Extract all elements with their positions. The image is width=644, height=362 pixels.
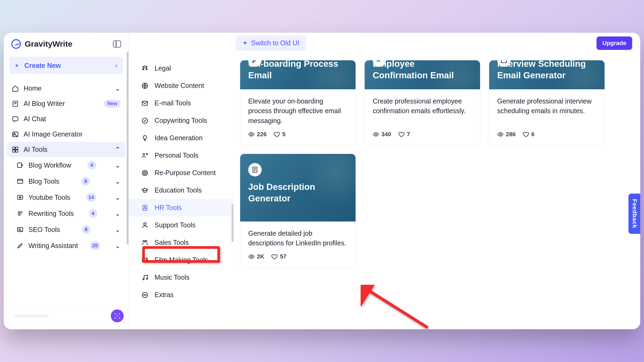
- subnav-writing-assistant[interactable]: Writing Assistant 25 ⌄: [7, 238, 125, 254]
- mail-icon: [141, 99, 149, 107]
- svg-point-26: [143, 240, 145, 242]
- subnav-blog-tools[interactable]: Blog Tools 8 ⌄: [7, 173, 125, 189]
- rewriting-icon: [17, 210, 24, 217]
- card-job-description[interactable]: Job Description Generator Generate detai…: [240, 154, 356, 268]
- logo-icon: [11, 39, 21, 49]
- chevron-down-icon: ⌄: [115, 161, 120, 169]
- svg-point-22: [145, 172, 145, 173]
- nav-home[interactable]: Home ⌄: [7, 81, 125, 96]
- svg-point-35: [144, 294, 144, 295]
- sales-icon: [141, 239, 149, 246]
- views-meta: 340: [373, 131, 391, 138]
- annotation-arrow-icon: [361, 285, 430, 329]
- svg-rect-10: [17, 163, 21, 167]
- svg-point-44: [500, 134, 501, 135]
- personal-icon: [141, 152, 149, 159]
- cat-support[interactable]: Support Tools: [129, 216, 233, 234]
- annotation-highlight-box: [142, 246, 220, 263]
- switch-ui-button[interactable]: ✦ Switch to Old UI: [236, 35, 306, 51]
- blog-tools-icon: [17, 178, 24, 185]
- create-new-button[interactable]: + Create New ›: [9, 57, 123, 74]
- sidebar-scrollbar[interactable]: [127, 51, 129, 294]
- content-area: ✦ Switch to Old UI Upgrade On-boarding P…: [233, 33, 640, 329]
- card-onboarding[interactable]: On-boarding Process Email Elevate your o…: [240, 60, 356, 145]
- category-column: Legal Website Content E-mail Tools Copyw…: [129, 33, 233, 329]
- likes-meta: 57: [271, 253, 286, 260]
- user-account-button[interactable]: ———————— ⌃: [9, 309, 123, 323]
- svg-point-19: [143, 153, 145, 155]
- svg-point-39: [375, 134, 377, 135]
- writing-icon: [17, 242, 24, 249]
- copywriting-icon: [141, 117, 149, 124]
- subnav-seo-tools[interactable]: SEO Tools 8 ⌄: [7, 221, 125, 238]
- views-meta: 286: [497, 131, 516, 138]
- svg-point-32: [143, 279, 144, 280]
- likes-meta: 7: [398, 131, 410, 138]
- topbar: ✦ Switch to Old UI Upgrade: [236, 35, 632, 51]
- chevron-right-icon: ›: [115, 62, 117, 69]
- seo-icon: [17, 226, 24, 233]
- svg-rect-40: [501, 60, 507, 63]
- svg-rect-6: [13, 147, 15, 149]
- svg-point-27: [145, 240, 147, 242]
- nav-list: Home ⌄ AI Blog Writer New AI Chat AI Ima…: [4, 78, 129, 305]
- cat-website-content[interactable]: Website Content: [129, 77, 233, 94]
- home-icon: [12, 85, 19, 92]
- chevron-down-icon: ⌄: [115, 226, 120, 234]
- card-interview-scheduling[interactable]: Interview Scheduling Email Generator Gen…: [489, 60, 605, 145]
- chevron-down-icon: ⌄: [115, 210, 120, 217]
- card-icon: [248, 163, 262, 176]
- document-icon: [12, 100, 19, 107]
- cat-idea-gen[interactable]: Idea Generation: [129, 129, 233, 147]
- sidebar-collapse-icon[interactable]: [113, 40, 121, 47]
- bulb-icon: [141, 134, 149, 142]
- cat-education[interactable]: Education Tools: [129, 182, 233, 199]
- likes-meta: 5: [274, 131, 286, 138]
- nav-ai-chat[interactable]: AI Chat: [7, 111, 125, 127]
- sparkle-icon: ✦: [243, 40, 247, 47]
- target-icon: [141, 169, 149, 177]
- support-icon: [141, 221, 149, 229]
- chevron-down-icon: ⌄: [115, 242, 120, 250]
- nav-ai-tools[interactable]: AI Tools ⌃: [7, 142, 125, 157]
- svg-point-25: [144, 223, 146, 225]
- cat-email-tools[interactable]: E-mail Tools: [129, 94, 233, 112]
- svg-rect-8: [13, 150, 15, 152]
- upgrade-button[interactable]: Upgrade: [597, 36, 632, 50]
- cat-extras[interactable]: Extras: [129, 286, 233, 304]
- cat-legal[interactable]: Legal: [129, 60, 233, 77]
- cat-copywriting[interactable]: Copywriting Tools: [129, 112, 233, 129]
- cat-hr-tools[interactable]: HR Tools: [129, 199, 233, 216]
- chevron-down-icon: ⌄: [115, 194, 120, 201]
- education-icon: [141, 187, 149, 194]
- user-name: ————————: [14, 313, 49, 318]
- subnav-rewriting-tools[interactable]: Rewriting Tools 4 ⌄: [7, 205, 125, 221]
- subnav-blog-workflow[interactable]: Blog Workflow 4 ⌄: [7, 157, 125, 173]
- views-meta: 2K: [248, 253, 264, 260]
- feedback-button[interactable]: Feedback: [628, 194, 640, 234]
- svg-line-50: [365, 289, 428, 328]
- legal-icon: [141, 65, 149, 72]
- svg-point-36: [145, 294, 145, 295]
- svg-point-37: [146, 294, 146, 295]
- svg-point-38: [251, 134, 252, 135]
- svg-point-18: [142, 118, 148, 123]
- chevron-up-icon: ⌃: [115, 146, 120, 153]
- cat-personal[interactable]: Personal Tools: [129, 147, 233, 164]
- svg-rect-9: [16, 150, 18, 152]
- avatar-badge-icon[interactable]: [111, 309, 124, 322]
- plus-icon: +: [15, 62, 19, 69]
- globe-icon: [141, 82, 149, 90]
- new-badge: New: [104, 100, 120, 108]
- likes-meta: 6: [523, 131, 535, 138]
- cat-repurpose[interactable]: Re-Purpose Content: [129, 164, 233, 182]
- category-scrollbar[interactable]: [232, 204, 233, 242]
- cat-music[interactable]: Music Tools: [129, 269, 233, 286]
- nav-blog-writer[interactable]: AI Blog Writer New: [7, 96, 125, 111]
- card-employee-confirmation[interactable]: Employee Confirmation Email Create profe…: [364, 60, 480, 145]
- svg-rect-11: [17, 179, 23, 183]
- subnav-youtube-tools[interactable]: Youtube Tools 14 ⌄: [7, 189, 125, 205]
- svg-point-33: [146, 278, 147, 279]
- nav-image-gen[interactable]: AI Image Generator: [7, 127, 125, 142]
- chevron-down-icon: ⌄: [115, 178, 120, 185]
